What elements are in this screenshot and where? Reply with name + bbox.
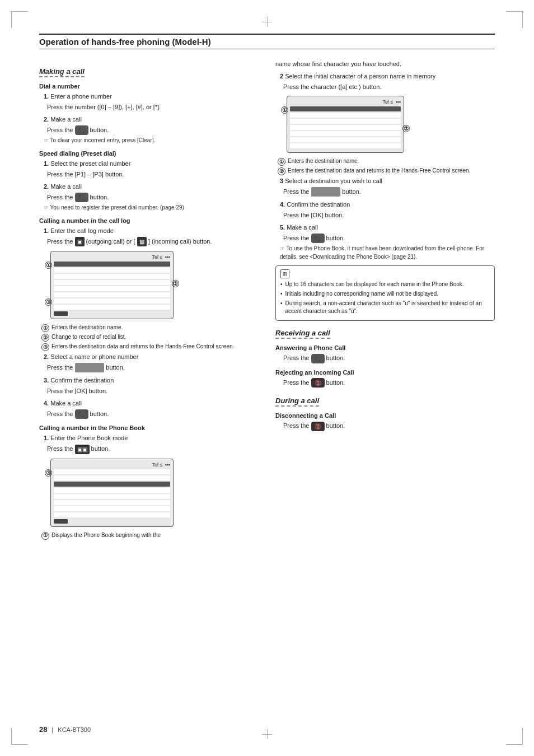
phonebook-step-1: 1. Enter the Phone Book mode Press the ▣…: [39, 433, 259, 454]
phone-book-mode-button: ▣▣: [75, 445, 90, 454]
dial-a-number-heading: Dial a number: [39, 83, 259, 90]
select-name-button: [75, 363, 105, 372]
answer-button: 📞: [311, 354, 325, 363]
phone-book-screen: Tel ≤ ▪▪▪ ③: [50, 459, 247, 527]
answering-heading: Answering a Phone Call: [275, 344, 495, 351]
calllog-step-1: 1. Enter the call log mode Press the ▣ (…: [39, 226, 259, 246]
making-a-call-heading: Making a call: [39, 67, 259, 77]
phone-call-button-2: 📞: [75, 193, 88, 202]
left-column: Making a call Dial a number 1. Enter a p…: [39, 59, 259, 541]
disconnecting-heading: Disconnecting a Call: [275, 412, 495, 419]
right-column: name whose first character you have touc…: [275, 59, 495, 541]
notes-box: ⊞ Up to 16 characters can be displayed f…: [275, 265, 495, 321]
receiving-a-call-section: Receiving a call: [275, 329, 495, 339]
phonebook-step-4: 4. Confirm the destination Press the [OK…: [275, 200, 495, 220]
disconnect-button: 📵: [311, 422, 325, 431]
calllog-step-3: 3. Confirm the destination Press the [OK…: [39, 376, 259, 395]
call-log-heading: Calling a number in the call log: [39, 217, 259, 224]
phonebook-step-2: 2 Select the initial character of a pers…: [275, 72, 495, 91]
phonebook-annotations: ① Displays the Phone Book beginning with…: [41, 531, 259, 540]
answering-detail: Press the 📞 button.: [283, 353, 495, 363]
phone-book-screen-2: Tel ≤ ▪▪▪ ① ②: [287, 96, 484, 153]
speed-step-1: 1. Select the preset dial number Press t…: [39, 159, 259, 179]
during-a-call-section: During a call: [275, 396, 495, 407]
note-2: Initials including no corresponding name…: [280, 290, 490, 298]
page-title: Operation of hands-free phoning (Model-H…: [39, 34, 495, 49]
name-continuation: name whose first character you have touc…: [275, 60, 495, 67]
phone-screen-calllog: Tel ≤ ▪▪▪ ① ②: [50, 251, 174, 319]
rejecting-detail: Press the 📵 button.: [283, 378, 495, 388]
select-destination-button: [311, 187, 341, 197]
calllog-step-2: 2. Select a name or phone number Press t…: [39, 352, 259, 372]
notes-icon: ⊞: [280, 269, 289, 278]
reject-button: 📵: [311, 378, 325, 388]
incoming-call-button: ▩: [137, 237, 147, 246]
disconnecting-detail: Press the 📵 button.: [283, 421, 495, 431]
screen2-annotations: ① Enters the destination name. ② Enters …: [278, 157, 495, 175]
speed-step-2: 2. Make a call Press the 📞 button. You n…: [39, 182, 259, 212]
calllog-annotations: ① Enters the destination name. ② Change …: [41, 324, 259, 351]
note-3: During search, a non-accent character su…: [280, 300, 490, 315]
phone-call-button-4: 📞: [311, 234, 325, 243]
phone-screen-phonebook: Tel ≤ ▪▪▪ ③: [50, 459, 174, 527]
speed-dialing-heading: Speed dialing (Preset dial): [39, 150, 259, 157]
phone-screen-2: Tel ≤ ▪▪▪ ① ②: [287, 96, 404, 153]
note-1: Up to 16 characters can be displayed for…: [280, 281, 490, 288]
phone-call-button-1: 📞: [75, 125, 88, 135]
outgoing-call-button: ▣: [75, 237, 85, 246]
rejecting-heading: Rejecting an Incoming Call: [275, 369, 495, 376]
dial-step-1: 1. Enter a phone number Press the number…: [39, 92, 259, 111]
phone-call-button-3: 📞: [75, 409, 88, 419]
dial-step-2: 2. Make a call Press the 📞 button. To cl…: [39, 115, 259, 144]
calllog-step-4: 4. Make a call Press the 📞 button.: [39, 399, 259, 419]
phonebook-step-5: 5. Make a call Press the 📞 button. To us…: [275, 223, 495, 261]
phone-book-heading: Calling a number in the Phone Book: [39, 424, 259, 431]
page-footer: 28 | KCA-BT300: [39, 725, 91, 734]
call-log-screen: Tel ≤ ▪▪▪ ① ②: [50, 251, 247, 319]
phonebook-step-3: 3 Select a destination you wish to call …: [275, 176, 495, 197]
